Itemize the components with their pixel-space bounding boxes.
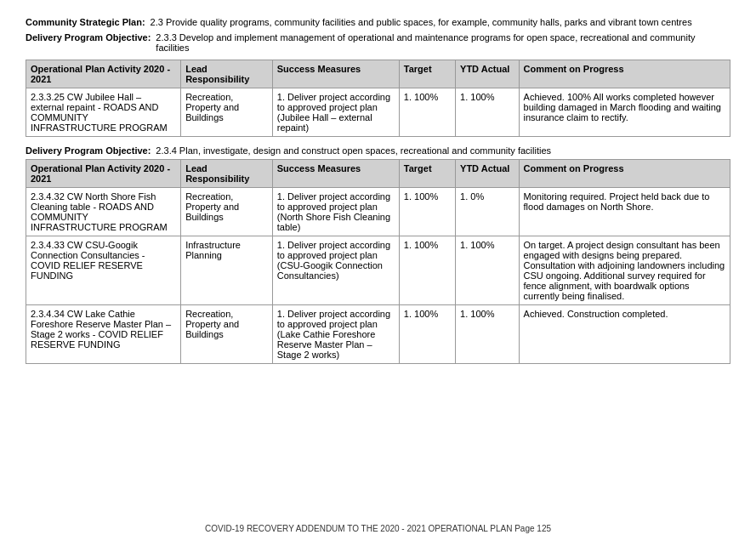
- table-row: 2.3.4.33 CW CSU-Googik Connection Consul…: [26, 236, 730, 305]
- th-target-1: Target: [399, 60, 455, 88]
- table-2: Operational Plan Activity 2020 - 2021 Le…: [26, 159, 730, 364]
- table-1: Operational Plan Activity 2020 - 2021 Le…: [26, 60, 730, 137]
- community-strategic-text: 2.3 Provide quality programs, community …: [151, 17, 692, 27]
- cell-comment: Monitoring required. Project held back d…: [519, 188, 730, 236]
- cell-lead: Infrastructure Planning: [181, 236, 273, 305]
- th-ytd-2: YTD Actual: [456, 160, 520, 188]
- th-comment-2: Comment on Progress: [519, 160, 730, 188]
- cell-target: 1. 100%: [399, 188, 455, 236]
- cell-comment: Achieved. 100% All works completed howev…: [519, 88, 730, 137]
- table-row: 2.3.3.25 CW Jubilee Hall – external repa…: [26, 88, 730, 137]
- cell-lead: Recreation, Property and Buildings: [181, 88, 273, 137]
- th-success-2: Success Measures: [272, 160, 399, 188]
- cell-success: 1. Deliver project according to approved…: [272, 305, 399, 364]
- delivery-program-text: 2.3.3 Develop and implement management o…: [156, 32, 730, 53]
- cell-lead: Recreation, Property and Buildings: [181, 188, 273, 236]
- th-lead-2: Lead Responsibility: [181, 160, 273, 188]
- cell-lead: Recreation, Property and Buildings: [181, 305, 273, 364]
- th-activity-1: Operational Plan Activity 2020 - 2021: [26, 60, 181, 88]
- th-success-1: Success Measures: [272, 60, 399, 88]
- cell-target: 1. 100%: [399, 305, 455, 364]
- cell-activity: 2.3.3.25 CW Jubilee Hall – external repa…: [26, 88, 181, 137]
- delivery-program-label: Delivery Program Objective:: [26, 32, 151, 43]
- th-lead-1: Lead Responsibility: [181, 60, 273, 88]
- cell-comment: On target. A project design consultant h…: [519, 236, 730, 305]
- cell-ytd: 1. 0%: [456, 188, 520, 236]
- cell-activity: 2.3.4.32 CW North Shore Fish Cleaning ta…: [26, 188, 181, 236]
- cell-ytd: 1. 100%: [456, 88, 520, 137]
- cell-success: 1. Deliver project according to approved…: [272, 236, 399, 305]
- th-comment-1: Comment on Progress: [519, 60, 730, 88]
- community-strategic-label: Community Strategic Plan:: [26, 17, 145, 27]
- cell-success: 1. Deliver project according to approved…: [272, 88, 399, 137]
- cell-activity: 2.3.4.34 CW Lake Cathie Foreshore Reserv…: [26, 305, 181, 364]
- delivery-program-text-2: 2.3.4 Plan, investigate, design and cons…: [156, 145, 551, 156]
- delivery-program-label-2: Delivery Program Objective:: [26, 145, 151, 156]
- footer: COVID-19 RECOVERY ADDENDUM TO THE 2020 -…: [0, 524, 756, 533]
- cell-activity: 2.3.4.33 CW CSU-Googik Connection Consul…: [26, 236, 181, 305]
- table-row: 2.3.4.34 CW Lake Cathie Foreshore Reserv…: [26, 305, 730, 364]
- th-target-2: Target: [399, 160, 455, 188]
- cell-comment: Achieved. Construction completed.: [519, 305, 730, 364]
- footer-text: COVID-19 RECOVERY ADDENDUM TO THE 2020 -…: [205, 524, 551, 533]
- cell-ytd: 1. 100%: [456, 305, 520, 364]
- cell-success: 1. Deliver project according to approved…: [272, 188, 399, 236]
- cell-target: 1. 100%: [399, 236, 455, 305]
- cell-ytd: 1. 100%: [456, 236, 520, 305]
- table-row: 2.3.4.32 CW North Shore Fish Cleaning ta…: [26, 188, 730, 236]
- th-activity-2: Operational Plan Activity 2020 - 2021: [26, 160, 181, 188]
- th-ytd-1: YTD Actual: [456, 60, 520, 88]
- cell-target: 1. 100%: [399, 88, 455, 137]
